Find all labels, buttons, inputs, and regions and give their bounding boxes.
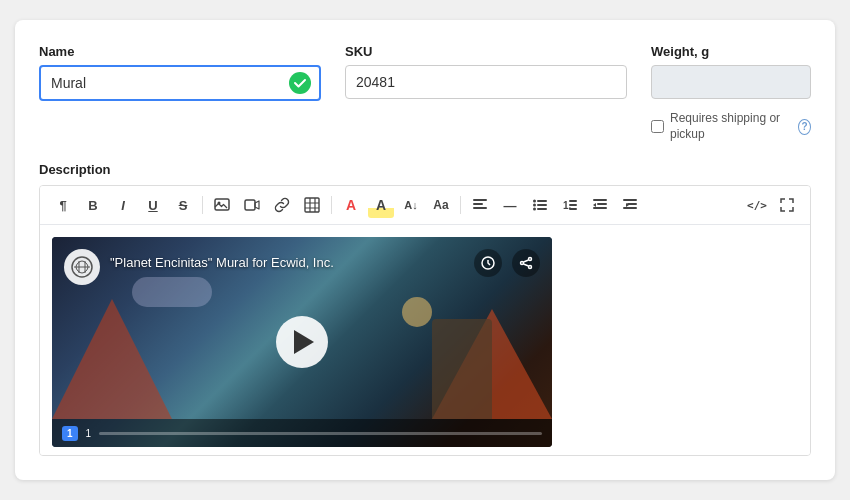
toolbar-font-size-btn[interactable]: Aa xyxy=(428,192,454,218)
name-field-group: Name xyxy=(39,44,321,101)
cloud-decoration xyxy=(132,277,212,307)
moon-decoration xyxy=(402,297,432,327)
svg-point-31 xyxy=(521,262,524,265)
sku-label: SKU xyxy=(345,44,627,59)
toolbar-divider-3 xyxy=(460,196,461,214)
svg-line-34 xyxy=(524,264,529,266)
toolbar-hr-btn[interactable]: — xyxy=(497,192,523,218)
weight-label: Weight, g xyxy=(651,44,811,59)
description-section: Description ¶ B I U S xyxy=(39,162,811,456)
toolbar-paragraph-btn[interactable]: ¶ xyxy=(50,192,76,218)
toolbar-ul-btn[interactable] xyxy=(527,192,553,218)
svg-rect-19 xyxy=(569,204,577,206)
video-time-badge: 1 xyxy=(62,426,78,441)
video-time-icon[interactable] xyxy=(474,249,502,277)
toolbar-image-btn[interactable] xyxy=(209,192,235,218)
sku-input[interactable] xyxy=(345,65,627,99)
svg-point-13 xyxy=(533,204,536,207)
shipping-help-icon[interactable]: ? xyxy=(798,119,811,135)
video-embed[interactable]: "Planet Encinitas" Mural for Ecwid, Inc. xyxy=(52,237,552,447)
svg-rect-26 xyxy=(623,207,637,209)
svg-point-11 xyxy=(533,200,536,203)
weight-input-wrapper xyxy=(651,65,811,99)
video-channel-logo xyxy=(64,249,100,285)
svg-rect-18 xyxy=(569,200,577,202)
product-form-card: Name SKU Weight, g xyxy=(15,20,835,480)
toolbar-text-color-btn[interactable]: A xyxy=(338,192,364,218)
svg-rect-8 xyxy=(473,199,487,201)
editor-toolbar: ¶ B I U S A A xyxy=(40,186,810,225)
svg-rect-10 xyxy=(473,207,487,209)
toolbar-indent-inc-btn[interactable] xyxy=(617,192,643,218)
name-input-verified-icon xyxy=(289,72,311,94)
svg-rect-20 xyxy=(569,208,577,210)
name-label: Name xyxy=(39,44,321,59)
play-triangle-icon xyxy=(294,330,314,354)
svg-rect-21 xyxy=(593,199,607,201)
video-top-icons xyxy=(474,249,540,277)
mural-figure-decoration xyxy=(432,319,492,419)
toolbar-video-btn[interactable] xyxy=(239,192,265,218)
svg-rect-22 xyxy=(597,203,607,205)
svg-rect-9 xyxy=(473,203,483,205)
svg-point-15 xyxy=(533,208,536,211)
requires-shipping-label[interactable]: Requires shipping or pickup xyxy=(670,111,788,142)
video-play-button[interactable] xyxy=(276,316,328,368)
toolbar-bold-btn[interactable]: B xyxy=(80,192,106,218)
sku-input-wrapper xyxy=(345,65,627,99)
toolbar-ol-btn[interactable]: 1. xyxy=(557,192,583,218)
weight-input[interactable] xyxy=(651,65,811,99)
video-share-icon[interactable] xyxy=(512,249,540,277)
requires-shipping-checkbox[interactable] xyxy=(651,120,664,133)
toolbar-divider-2 xyxy=(331,196,332,214)
svg-point-32 xyxy=(529,266,532,269)
video-time-position: 1 xyxy=(86,428,92,439)
svg-line-33 xyxy=(524,260,529,262)
toolbar-indent-dec-btn[interactable] xyxy=(587,192,613,218)
toolbar-highlight-btn[interactable]: A xyxy=(368,192,394,218)
video-bottom-bar: 1 1 xyxy=(52,419,552,447)
sku-field-group: SKU xyxy=(345,44,627,99)
shipping-checkbox-row: Requires shipping or pickup ? xyxy=(651,111,811,142)
toolbar-link-btn[interactable] xyxy=(269,192,295,218)
svg-rect-2 xyxy=(245,200,255,210)
rich-text-editor: ¶ B I U S A A xyxy=(39,185,811,456)
editor-content-area[interactable]: "Planet Encinitas" Mural for Ecwid, Inc. xyxy=(40,225,810,455)
svg-rect-23 xyxy=(593,207,607,209)
toolbar-fullscreen-btn[interactable] xyxy=(774,192,800,218)
video-progress-bar[interactable] xyxy=(99,432,542,435)
mountain-left-decoration xyxy=(52,299,172,419)
video-title-text: "Planet Encinitas" Mural for Ecwid, Inc. xyxy=(110,255,334,270)
description-label: Description xyxy=(39,162,811,177)
svg-rect-3 xyxy=(305,198,319,212)
video-background: "Planet Encinitas" Mural for Ecwid, Inc. xyxy=(52,237,552,447)
name-input-wrapper xyxy=(39,65,321,101)
toolbar-font-size-down-btn[interactable]: A↓ xyxy=(398,192,424,218)
svg-rect-14 xyxy=(537,204,547,206)
toolbar-italic-btn[interactable]: I xyxy=(110,192,136,218)
toolbar-table-btn[interactable] xyxy=(299,192,325,218)
toolbar-underline-btn[interactable]: U xyxy=(140,192,166,218)
name-input[interactable] xyxy=(39,65,321,101)
toolbar-divider-1 xyxy=(202,196,203,214)
svg-rect-12 xyxy=(537,200,547,202)
toolbar-code-btn[interactable]: </> xyxy=(744,192,770,218)
svg-rect-24 xyxy=(623,199,637,201)
svg-rect-16 xyxy=(537,208,547,210)
toolbar-align-btn[interactable] xyxy=(467,192,493,218)
top-fields-row: Name SKU Weight, g xyxy=(39,44,811,142)
weight-field-group: Weight, g Requires shipping or pickup ? xyxy=(651,44,811,142)
toolbar-strikethrough-btn[interactable]: S xyxy=(170,192,196,218)
svg-point-30 xyxy=(529,258,532,261)
